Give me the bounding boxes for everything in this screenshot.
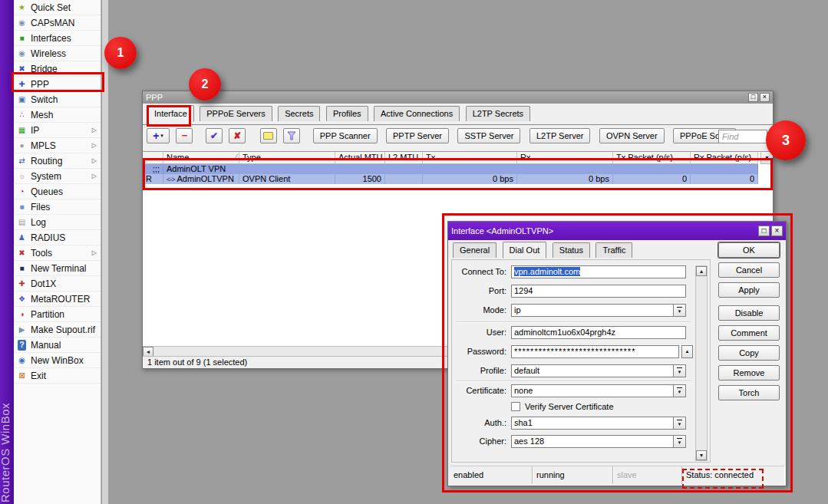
row-tx: 0 bps <box>423 174 517 184</box>
remove-icon[interactable]: − <box>176 128 193 143</box>
sidebar-item-bridge[interactable]: Bridge <box>14 61 101 77</box>
copy-button[interactable]: Copy <box>718 345 780 361</box>
column-tx-packet[interactable]: Tx Packet (p/s) <box>613 152 691 164</box>
apply-button[interactable]: Apply <box>718 282 780 298</box>
sidebar-item-partition[interactable]: Partition <box>14 307 101 322</box>
ok-button[interactable]: OK <box>718 242 780 258</box>
dropdown-icon[interactable]: ▼ <box>673 305 685 316</box>
profile-field[interactable]: default ▼ <box>511 364 686 377</box>
sidebar-item-queues[interactable]: Queues <box>14 184 101 199</box>
l2tp-server-button[interactable]: L2TP Server <box>529 128 591 143</box>
disable-button[interactable]: Disable <box>718 305 780 321</box>
verify-server-certificate-checkbox[interactable] <box>511 402 520 411</box>
connection-status: Status: connected <box>682 466 784 484</box>
scroll-down-icon[interactable]: ▾ <box>696 450 707 460</box>
add-icon[interactable]: +▾ <box>147 128 170 143</box>
column-flags[interactable] <box>143 152 163 164</box>
enable-icon[interactable]: ✔ <box>206 128 223 143</box>
sidebar-item-make-supout[interactable]: Make Supout.rif <box>14 322 101 338</box>
dropdown-icon[interactable]: ▼ <box>673 385 685 397</box>
sidebar-item-metarouter[interactable]: MetaROUTER <box>14 292 101 307</box>
cipher-field[interactable]: aes 128 ▼ <box>511 435 686 448</box>
routing-icon <box>16 156 28 166</box>
dialog-titlebar[interactable]: Interface <AdminOLTVPN> □ × <box>448 222 786 240</box>
sidebar-item-new-terminal[interactable]: New Terminal <box>14 261 101 276</box>
certificate-field[interactable]: none ▼ <box>511 384 686 397</box>
filter-icon[interactable] <box>283 128 300 143</box>
sidebar-item-exit[interactable]: Exit <box>14 368 101 384</box>
tab-l2tp-secrets[interactable]: L2TP Secrets <box>466 106 530 121</box>
column-rx[interactable]: Rx <box>517 152 613 164</box>
sidebar-item-tools[interactable]: Tools▷ <box>14 245 101 261</box>
dropdown-icon[interactable]: ▼ <box>673 365 685 377</box>
vertical-scrollbar[interactable]: ▴ ▾ <box>695 265 708 461</box>
ppp-window-titlebar[interactable]: PPP □ × <box>143 91 773 104</box>
tab-dial-out[interactable]: Dial Out <box>503 242 547 259</box>
close-icon[interactable]: × <box>760 93 770 102</box>
connect-to-field[interactable]: vpn.adminolt.com <box>511 265 686 278</box>
tab-pppoe-servers[interactable]: PPPoE Servers <box>200 106 272 121</box>
comment-button[interactable]: Comment <box>718 325 780 341</box>
user-field[interactable]: adminoltcm1uo6x04prgh4z <box>511 326 686 339</box>
sidebar-item-new-winbox[interactable]: New WinBox <box>14 353 101 368</box>
dropdown-icon[interactable]: ▼ <box>673 436 685 447</box>
pptp-server-button[interactable]: PPTP Server <box>386 128 449 143</box>
sidebar-item-interfaces[interactable]: Interfaces <box>14 31 101 46</box>
column-name[interactable]: Name∕ <box>163 152 239 164</box>
column-type[interactable]: Type <box>239 152 335 164</box>
sidebar-item-radius[interactable]: RADIUS <box>14 230 101 245</box>
sidebar-item-routing[interactable]: Routing▷ <box>14 153 101 169</box>
auth-field[interactable]: sha1 ▼ <box>511 417 686 430</box>
table-row[interactable]: R AdminOLTVPN OVPN Client 1500 0 bps 0 b… <box>143 174 773 184</box>
sidebar-item-manual[interactable]: Manual <box>14 338 101 353</box>
remove-button[interactable]: Remove <box>718 365 780 380</box>
maximize-icon[interactable]: □ <box>758 226 770 236</box>
tab-secrets[interactable]: Secrets <box>278 106 320 121</box>
port-field[interactable]: 1294 <box>511 285 686 298</box>
password-up-icon[interactable]: ▲ <box>681 345 693 358</box>
sidebar-item-switch[interactable]: Switch <box>14 92 101 107</box>
sidebar-item-system[interactable]: System▷ <box>14 169 101 184</box>
sidebar-item-mesh[interactable]: Mesh <box>14 107 101 123</box>
cancel-button[interactable]: Cancel <box>718 262 780 278</box>
sidebar-scroll-area[interactable] <box>102 0 108 504</box>
sidebar-item-wireless[interactable]: Wireless <box>14 46 101 61</box>
sidebar-item-quick-set[interactable]: Quick Set <box>14 0 101 15</box>
mode-field[interactable]: ip ▼ <box>511 304 686 317</box>
sidebar-item-log[interactable]: Log <box>14 215 101 230</box>
maximize-icon[interactable]: □ <box>748 93 758 102</box>
ppp-window-title: PPP <box>146 93 747 102</box>
slave-status: slave <box>613 466 682 484</box>
column-tx[interactable]: Tx <box>423 152 517 164</box>
disable-icon[interactable]: ✘ <box>229 128 246 143</box>
dropdown-icon[interactable]: ▼ <box>673 417 685 429</box>
tab-status[interactable]: Status <box>553 242 590 258</box>
tab-profiles[interactable]: Profiles <box>326 106 368 121</box>
close-icon[interactable]: × <box>771 226 783 236</box>
tab-interface[interactable]: Interface <box>147 105 194 122</box>
tab-active-connections[interactable]: Active Connections <box>374 106 460 121</box>
comment-icon[interactable] <box>260 128 277 143</box>
dialog-tabs: General Dial Out Status Traffic <box>448 242 709 260</box>
sidebar-item-ip[interactable]: IP▷ <box>14 123 101 138</box>
scroll-up-icon[interactable]: ▴ <box>696 266 707 276</box>
ppp-scanner-button[interactable]: PPP Scanner <box>313 128 378 143</box>
column-actual-mtu[interactable]: Actual MTU <box>335 152 385 164</box>
table-row-comment[interactable]: ;;; AdminOLT VPN <box>143 164 773 174</box>
enabled-status: enabled <box>450 466 533 484</box>
sidebar-item-dot1x[interactable]: Dot1X <box>14 276 101 292</box>
torch-button[interactable]: Torch <box>718 385 780 400</box>
sstp-server-button[interactable]: SSTP Server <box>457 128 520 143</box>
password-field[interactable]: ****************************** <box>511 345 679 358</box>
tab-traffic[interactable]: Traffic <box>595 242 632 258</box>
column-l2-mtu[interactable]: L2 MTU <box>385 152 423 164</box>
find-input[interactable] <box>718 130 767 143</box>
sidebar-item-files[interactable]: Files <box>14 199 101 215</box>
sidebar-item-ppp[interactable]: PPP <box>14 77 101 92</box>
column-rx-packet[interactable]: Rx Packet (p/s) <box>691 152 758 164</box>
ovpn-server-button[interactable]: OVPN Server <box>599 128 665 143</box>
sidebar-item-capsman[interactable]: CAPsMAN <box>14 15 101 31</box>
sidebar-item-mpls[interactable]: MPLS▷ <box>14 138 101 153</box>
tab-general[interactable]: General <box>453 242 496 258</box>
metarouter-icon <box>16 294 28 305</box>
